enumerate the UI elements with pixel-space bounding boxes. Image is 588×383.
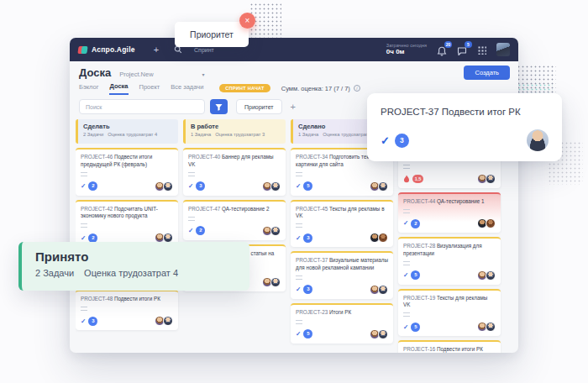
column-header: Сделать2 ЗадачиОценка трудозатрат 4 [76,119,178,144]
messages-chat-icon[interactable]: 5 [457,45,467,55]
assignee-avatars [477,270,496,281]
checklist-check-icon: ✓ [403,324,408,331]
assignee-avatar[interactable] [378,181,388,192]
task-card[interactable]: PROJECT-47 QA-тестирование 2✓2 [183,200,286,240]
description-icon [81,307,87,311]
task-title: PROJECT-45 Тексты для рекламы в VK [296,206,388,221]
project-selector[interactable]: Project.New▾ [119,71,204,78]
accepted-task-count: 2 Задачи [35,268,74,278]
create-plus-icon[interactable]: + [154,45,159,55]
sprint-status-badge: СПРИНТ НАЧАТ [219,84,270,92]
add-filter-button[interactable]: + [291,102,296,112]
task-card-callout[interactable]: PROJECT-37 Подвести итог РК ✓ 3 [367,93,562,161]
column-header: В работе1 ЗадачаОценка трудозатрат 3 [183,119,286,144]
assignee-avatar[interactable] [270,181,281,192]
tab-project[interactable]: Проект [139,83,160,94]
checklist-check-icon: ✓ [188,228,193,234]
task-title: PROJECT-37 Визуальные материалы для ново… [296,257,388,272]
task-card[interactable]: PROJECT-42 Подсчитать UNIT-экономику нов… [76,200,178,248]
assignee-avatars [370,329,388,339]
tab-all-tasks[interactable]: Все задачи [171,83,203,94]
notifications-bell-icon[interactable]: 20 [437,45,447,55]
assignee-avatar[interactable] [486,218,496,228]
user-avatar[interactable] [496,43,510,56]
notification-count-badge: 20 [444,41,452,48]
checklist-check-icon: ✓ [81,235,86,242]
task-title: PROJECT-42 Подсчитать UNIT-экономику нов… [81,206,173,221]
app-logo[interactable]: Аспро.Agile [78,45,135,55]
column-meta: 1 ЗадачаОценка трудозатрат 3 [191,132,281,137]
estimate-summary: Сумм. оценка: 17 (7 / 7) i [281,85,360,92]
kanban-column: В работе1 ЗадачаОценка трудозатрат 3PROJ… [183,119,286,353]
task-title: PROJECT-19 Тексты для рекламы VK [403,295,496,310]
description-icon [403,209,410,213]
filter-button[interactable] [210,99,228,114]
assignee-avatar[interactable] [486,322,496,332]
checklist-count-badge: 3 [303,285,312,294]
assignee-avatars [370,181,388,192]
top-navigation-bar: Аспро.Agile + Спринт Затрачено сегодня 0… [70,38,518,61]
description-icon [296,172,302,176]
description-icon [403,165,410,169]
assignee-avatar[interactable] [163,181,173,192]
checklist-count-badge: 5 [411,270,420,280]
nav-menu-item[interactable]: Спринт [194,47,214,53]
checklist-count-badge: 2 [196,226,205,235]
checklist-count-badge: 5 [303,329,312,338]
checklist-count-badge: 5 [411,323,420,332]
search-input[interactable] [79,99,205,114]
assignee-avatar[interactable] [378,329,388,339]
close-icon[interactable]: × [239,13,255,29]
accepted-column-callout: Принято 2 Задачи Оценка трудозатрат 4 [18,242,249,291]
task-card[interactable]: PROJECT-23 Итоги РК✓5 [291,303,393,344]
assignee-avatar[interactable] [486,174,496,184]
accepted-title: Принято [35,249,236,264]
assignee-avatars [370,233,388,243]
logo-icon [78,45,87,55]
assignee-avatar[interactable] [378,285,388,295]
apps-grid-icon[interactable] [477,45,486,55]
time-tracked-value: 0ч 0м [386,48,427,56]
task-card[interactable]: PROJECT-37 Визуальные материалы для ново… [291,251,393,299]
priority-callout-tooltip: Приоритет × [175,22,249,47]
checklist-check-icon: ✓ [403,272,408,279]
assignee-avatar[interactable] [527,129,549,151]
tab-board[interactable]: Доска [109,82,128,95]
description-icon [188,172,195,176]
checklist-count-badge: 3 [88,317,97,326]
kanban-column: Сделать2 ЗадачиОценка трудозатрат 4PROJE… [76,119,178,353]
message-count-badge: 5 [465,41,472,48]
tab-backlog[interactable]: Бэклог [79,83,98,94]
task-card[interactable]: PROJECT-16 Подвести итоги РК [398,340,501,353]
assignee-avatar[interactable] [378,233,388,243]
assignee-avatar[interactable] [270,277,281,287]
assignee-avatars [477,322,496,332]
assignee-avatar[interactable] [486,270,496,281]
checklist-count-badge: 3 [303,233,312,243]
task-card[interactable]: PROJECT-44 QA-тестирование 1✓2 [398,192,501,233]
create-button[interactable]: Создать [464,66,510,80]
checklist-check-icon: ✓ [403,220,408,227]
task-card[interactable]: PROJECT-46 Подвести итоги предыдущей РК … [76,148,178,196]
checklist-check-icon: ✓ [188,183,193,190]
priority-filter-chip[interactable]: Приоритет [236,99,282,114]
task-title: PROJECT-44 QA-тестирование 1 [403,198,496,206]
assignee-avatar[interactable] [163,316,173,326]
task-card[interactable]: PROJECT-40 Баннер для рекламы VK✓3 [183,148,286,196]
task-card[interactable]: PROJECT-28 Визуализация для презентации✓… [398,237,501,285]
funnel-icon [215,103,223,111]
tooltip-label: Приоритет [190,29,234,39]
checklist-count-badge: 3 [395,134,409,148]
time-tracker: Затрачено сегодня 0ч 0м [386,43,427,57]
task-title: PROJECT-28 Визуализация для презентации [403,243,496,258]
deadline-fire-icon [403,175,410,183]
info-icon[interactable]: i [354,85,360,92]
task-card[interactable]: PROJECT-48 Подвести итоги РК✓3 [76,290,178,330]
checklist-count-badge: 2 [88,181,97,191]
assignee-avatars [477,174,496,184]
task-card[interactable]: PROJECT-45 Тексты для рекламы в VK✓3 [291,200,393,248]
checklist-check-icon: ✓ [296,235,301,242]
column-title: В работе [191,123,281,130]
task-card[interactable]: PROJECT-19 Тексты для рекламы VK✓5 [398,289,501,337]
assignee-avatar[interactable] [270,226,281,236]
